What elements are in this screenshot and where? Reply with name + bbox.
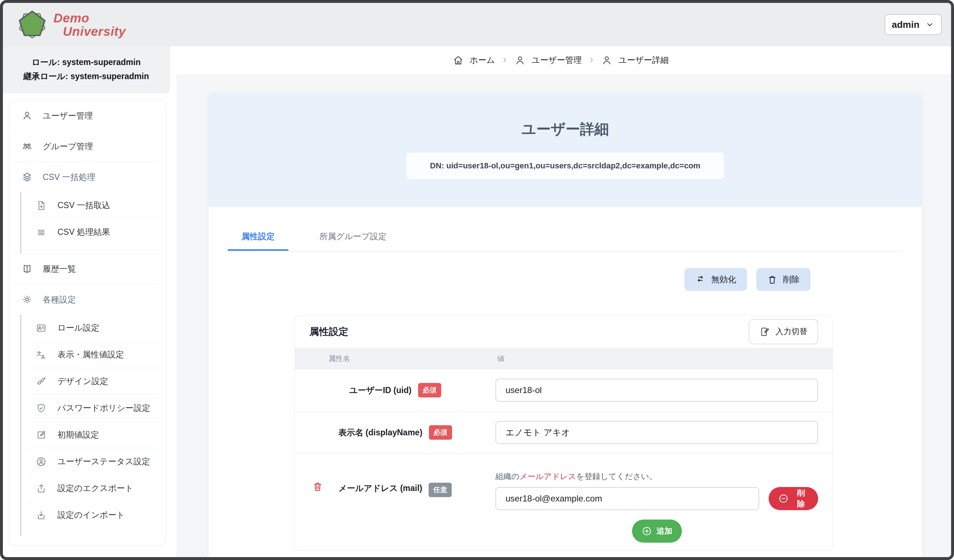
sidebar-item-design-settings[interactable]: デザイン設定 xyxy=(21,368,165,395)
role-info-box: ロール: system-superadmin 継承ロール: system-sup… xyxy=(3,46,170,93)
translate-icon: 文A xyxy=(36,349,47,360)
attribute-card-header: 属性設定 入力切替 xyxy=(295,316,832,348)
person-circle-icon xyxy=(36,456,47,467)
required-badge: 必須 xyxy=(418,383,441,397)
shield-check-icon xyxy=(36,403,47,414)
user-detail-card: ユーザー詳細 DN: uid=user18-ol,ou=gen1,ou=user… xyxy=(209,92,922,557)
sidebar-item-settings[interactable]: 各種設定 xyxy=(9,284,165,315)
tabs: 属性設定 所属グループ設定 xyxy=(228,231,903,252)
breadcrumb-user-detail[interactable]: ユーザー詳細 xyxy=(601,54,669,66)
dn-box: DN: uid=user18-ol,ou=gen1,ou=users,dc=sr… xyxy=(406,152,725,180)
breadcrumb: ホーム › ユーザー管理 › ユーザー詳細 xyxy=(170,46,951,74)
input-switch-icon xyxy=(759,326,770,337)
content-panel: ユーザー詳細 DN: uid=user18-ol,ou=gen1,ou=user… xyxy=(176,74,951,557)
attribute-name-cell: ユーザーID (uid) 必須 xyxy=(295,369,496,411)
gear-icon xyxy=(22,294,33,305)
displayname-input[interactable] xyxy=(496,421,818,444)
table-row-uid: ユーザーID (uid) 必須 xyxy=(295,369,832,411)
sidebar-item-label: CSV 処理結果 xyxy=(58,227,110,238)
box-arrow-down-icon xyxy=(36,510,47,521)
sidebar-item-password-policy[interactable]: パスワードポリシー設定 xyxy=(21,395,165,421)
sidebar-item-label: 設定のエクスポート xyxy=(58,483,133,494)
box-arrow-up-icon xyxy=(36,483,47,494)
add-mail-label: 追加 xyxy=(656,526,672,537)
sidebar-item-role-settings[interactable]: ロール設定 xyxy=(21,315,165,341)
mail-input[interactable] xyxy=(496,487,759,510)
delete-mail-label: 削除 xyxy=(793,488,809,509)
breadcrumb-home[interactable]: ホーム xyxy=(452,54,495,66)
attribute-label: 表示名 (displayName) xyxy=(338,427,422,438)
attribute-value-cell: 組織のメールアドレスを登録してください。 削除 xyxy=(496,454,832,548)
sidebar-item-user-status-settings[interactable]: ユーザーステータス設定 xyxy=(21,448,165,475)
university-logo[interactable]: DemoUniversity xyxy=(17,9,126,40)
brush-icon xyxy=(36,376,47,387)
person-icon xyxy=(601,54,613,66)
logo-line2: University xyxy=(53,25,126,38)
attribute-settings-card: 属性設定 入力切替 属性名 値 xyxy=(295,315,833,551)
breadcrumb-separator: › xyxy=(502,54,507,66)
page-title: ユーザー詳細 xyxy=(521,119,609,139)
attribute-card-title: 属性設定 xyxy=(309,325,348,338)
sidebar-item-csv-import[interactable]: CSV 一括取込 xyxy=(21,192,165,219)
mail-input-line: 削除 xyxy=(496,487,818,510)
breadcrumb-label: ユーザー管理 xyxy=(532,54,582,66)
sidebar-item-csv-batch[interactable]: CSV 一括処理 xyxy=(9,162,165,192)
tab-attributes[interactable]: 属性設定 xyxy=(228,231,288,251)
sidebar-item-label: ユーザー管理 xyxy=(43,110,93,121)
attribute-label: ユーザーID (uid) xyxy=(349,385,411,396)
required-badge: 必須 xyxy=(429,425,452,440)
book-icon xyxy=(22,263,33,274)
person-icon xyxy=(514,54,526,66)
app-window: DemoUniversity admin ロール: system-superad… xyxy=(0,0,954,560)
sidebar-item-default-values[interactable]: 初期値設定 xyxy=(21,422,165,448)
attribute-name-cell: メールアドレス (mail) 任意 xyxy=(295,454,496,497)
breadcrumb-label: ホーム xyxy=(470,54,495,66)
sidebar-item-export-settings[interactable]: 設定のエクスポート xyxy=(21,475,165,501)
sidebar-item-display-attr-settings[interactable]: 文A 表示・属性値設定 xyxy=(21,341,165,368)
sidebar-menu: ユーザー管理 グループ管理 CSV 一括処理 CSV 一括取込 xyxy=(9,100,165,545)
disable-user-button[interactable]: 無効化 xyxy=(684,268,747,291)
delete-mail-button[interactable]: 削除 xyxy=(768,487,818,510)
logo-text: DemoUniversity xyxy=(53,11,126,38)
file-upload-icon xyxy=(36,200,47,211)
delete-user-button[interactable]: 削除 xyxy=(756,268,811,291)
sidebar-item-label: パスワードポリシー設定 xyxy=(58,403,150,414)
table-row-displayname: 表示名 (displayName) 必須 xyxy=(295,411,832,453)
plus-circle-icon xyxy=(641,526,652,537)
mail-note: 組織のメールアドレスを登録してください。 xyxy=(496,471,657,482)
user-menu-label: admin xyxy=(892,19,920,30)
attribute-value-cell xyxy=(496,369,832,411)
swap-arrows-icon xyxy=(695,275,705,285)
note-emphasis: メールアドレス xyxy=(520,472,576,481)
breadcrumb-user-management[interactable]: ユーザー管理 xyxy=(514,54,582,66)
user-detail-body: 属性設定 所属グループ設定 無効化 削除 xyxy=(209,207,922,557)
home-icon xyxy=(452,54,464,66)
input-toggle-button[interactable]: 入力切替 xyxy=(749,319,818,344)
sidebar-item-history[interactable]: 履歴一覧 xyxy=(9,254,165,284)
disable-button-label: 無効化 xyxy=(711,274,736,285)
main-area: ホーム › ユーザー管理 › ユーザー詳細 ユーザー詳細 DN: uid= xyxy=(170,46,951,557)
user-actions-toolbar: 無効化 削除 xyxy=(228,268,811,291)
layers-icon xyxy=(22,172,33,182)
uid-input[interactable] xyxy=(496,379,818,402)
optional-badge: 任意 xyxy=(429,483,452,497)
sidebar-item-label: 初期値設定 xyxy=(58,429,99,440)
sidebar-item-import-settings[interactable]: 設定のインポート xyxy=(21,502,165,528)
person-icon xyxy=(22,110,33,121)
sidebar-item-csv-results[interactable]: CSV 処理結果 xyxy=(21,219,165,245)
note-suffix: を登録してください。 xyxy=(576,472,657,481)
tab-groups[interactable]: 所属グループ設定 xyxy=(306,231,401,251)
list-icon xyxy=(36,227,47,238)
sidebar-item-label: グループ管理 xyxy=(43,141,93,152)
people-icon xyxy=(22,141,33,152)
minus-circle-icon xyxy=(778,493,789,504)
user-menu-button[interactable]: admin xyxy=(885,14,942,35)
chevron-down-icon xyxy=(925,20,934,29)
sidebar-item-user-management[interactable]: ユーザー管理 xyxy=(9,100,165,131)
add-mail-button[interactable]: 追加 xyxy=(632,520,682,543)
sidebar-item-group-management[interactable]: グループ管理 xyxy=(9,131,165,162)
delete-attribute-icon[interactable] xyxy=(312,481,323,492)
sidebar-item-label: 設定のインポート xyxy=(58,509,125,521)
top-header: DemoUniversity admin xyxy=(3,3,951,46)
pentagon-logo-icon xyxy=(17,9,48,40)
